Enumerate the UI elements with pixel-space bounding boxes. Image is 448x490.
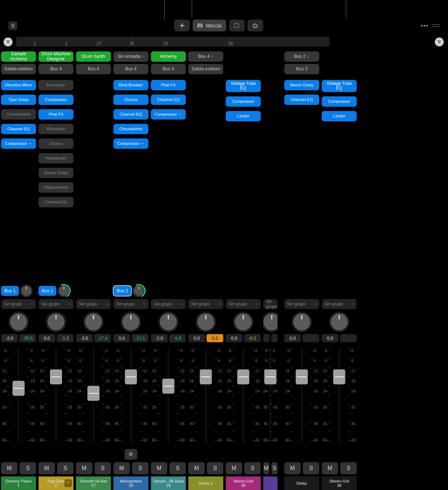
track-label[interactable]: Suma 1 [188,476,223,490]
fx-slot[interactable]: Channel EQ [1,124,36,134]
fx-slot[interactable]: Limiter [322,111,357,121]
solo-button[interactable]: S [244,462,261,474]
send-slot[interactable]: Bus 1 [1,286,19,296]
group-selector[interactable]: Sin grupo◇ [151,299,186,309]
group-selector[interactable]: Sin grupo◇ [76,299,111,309]
add-button[interactable] [174,20,190,31]
pan-knob[interactable] [122,313,139,330]
fx-slot[interactable]: PlatinumVerb [39,182,73,193]
instrument-slot[interactable]: Alchemy [151,51,186,62]
fx-slot[interactable]: Stereo Delay [39,168,73,178]
group-selector[interactable]: Sin grupo◇ [188,299,223,309]
pan-knob[interactable] [10,313,27,330]
fx-slot[interactable]: Compressor [322,96,357,107]
solo-button[interactable]: S [303,462,319,474]
fader-cap[interactable] [264,369,276,384]
gain-value[interactable]: -2,0 [151,334,168,342]
track-label[interactable]: Smooth Hi-Hat27 [76,476,111,490]
fader[interactable] [197,347,215,445]
mezcla-button[interactable]: Mezcla [193,20,226,31]
instrument-slot[interactable]: Drum Machine Designer [39,51,73,62]
fx-slot[interactable]: Beat Breaker [113,80,148,90]
fader[interactable] [234,347,252,445]
gain-value[interactable]: 0,0 [322,334,338,342]
fx-slot[interactable]: Compressor ← [1,138,36,149]
track-label[interactable]: Stereo Out30 [322,476,357,490]
fx-slot[interactable]: Compressor [226,96,261,107]
output-slot[interactable]: Bus 4 [113,64,148,74]
send-knob[interactable] [58,286,69,296]
track-label[interactable]: Atmosphere28 [113,476,148,490]
filter-button-right[interactable] [435,37,444,46]
fader[interactable] [10,347,27,445]
mute-button[interactable]: M [76,462,92,474]
peak-value[interactable]: -17,4 [94,334,111,342]
fader[interactable] [85,347,102,445]
track-label[interactable]: Tompki...08 Bass29 [151,476,186,490]
send-slot[interactable]: Bus 1 [39,286,56,296]
peak-value[interactable]: -1,3 [57,334,73,342]
output-slot[interactable]: Bus 4 [151,64,186,74]
fx-slot[interactable]: Enveloper [39,80,73,90]
output-slot[interactable]: Bus 4 [39,64,73,74]
fader-cap[interactable] [200,369,212,384]
solo-button[interactable]: S [132,462,148,474]
pan-knob[interactable] [160,313,177,330]
fader-cap[interactable] [12,381,25,396]
fader-cap[interactable] [87,386,100,401]
fx-slot[interactable]: Limiter [226,111,261,121]
group-selector[interactable]: Sin grupo◇ [1,299,36,309]
fader-cap[interactable] [296,369,308,384]
mute-button[interactable]: M [284,462,301,474]
mute-button[interactable]: M [151,462,167,474]
fx-slot[interactable]: Stereo Delay [284,80,319,90]
drag-handle[interactable] [432,24,440,28]
mute-button[interactable]: M [322,462,338,474]
output-slot[interactable]: Bus 3 [284,64,319,74]
power-button[interactable] [248,20,263,31]
send-knob[interactable] [133,286,144,296]
solo-button[interactable]: S [169,462,186,474]
mute-button[interactable]: M [1,462,17,474]
selection-button[interactable] [229,20,245,31]
solo-button[interactable]: S [340,462,357,474]
fx-slot[interactable]: Channel EQ [113,109,148,120]
expand-button[interactable]: ⌃ [64,479,72,487]
gain-value[interactable]: 0,0 [284,334,301,342]
gain-value[interactable]: 0,0 [226,334,243,342]
fx-slot[interactable]: ChromaVerb [1,109,36,120]
track-label[interactable] [263,476,278,490]
fx-slot[interactable]: Compressor ← [151,109,186,120]
pan-knob[interactable] [293,313,310,330]
fx-slot[interactable]: Channel EQ [151,95,186,105]
solo-button[interactable]: S [95,462,111,474]
fx-slot[interactable]: Vintage Tube EQ [226,80,261,92]
more-button[interactable] [420,21,429,30]
fx-slot[interactable]: Compressor [39,95,73,105]
fader[interactable] [47,347,65,445]
output-slot[interactable]: Salida estéreo [188,64,223,74]
peak-value[interactable]: -0,2 [244,334,261,342]
instrument-slot[interactable]: Drum Synth [76,51,111,62]
track-label[interactable]: Stereo Out30 [226,476,261,490]
fx-slot[interactable]: Pedalboard [39,153,73,163]
instrument-slot[interactable]: Sin entrada◇ [113,51,148,62]
fader-cap[interactable] [125,369,137,384]
solo-button[interactable]: S [271,462,278,474]
fx-slot[interactable]: Channel EQ [39,197,73,207]
fx-slot[interactable]: Phat FX [151,80,186,90]
track-label[interactable]: Trap Door2⌃ [39,476,73,490]
pan-knob[interactable] [331,313,348,330]
peak-value[interactable] [271,334,278,342]
fx-slot[interactable]: Chorus [39,138,73,149]
pan-knob[interactable] [263,313,278,330]
gain-value[interactable]: 0,0 [39,334,55,342]
mute-button[interactable]: M [188,462,205,474]
timeline-ruler[interactable]: 1227282930 [16,37,330,47]
instrument-slot[interactable]: Bus 4◇ [188,51,223,62]
group-selector[interactable]: Sin grupo◇ [322,299,357,309]
fx-slot[interactable]: Direction Mixer [1,80,36,90]
fader-cap[interactable] [50,369,62,384]
solo-indicator[interactable]: S [9,21,17,30]
fx-slot[interactable]: Tape Delay [1,95,36,105]
